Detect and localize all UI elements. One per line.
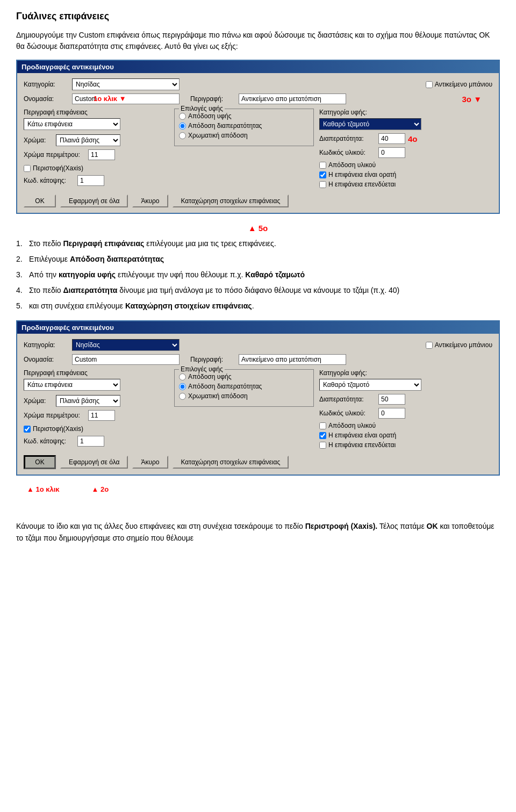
xrwmatikh-apodosi-radio[interactable] [179,132,186,139]
apodosi-ylikou-checkbox[interactable] [319,162,326,169]
d2-kwd-katopsis-input[interactable] [77,436,104,447]
epifaneia-ependyetai-label: Η επιφάνεια επενδύεται [328,181,396,188]
d2-epifaneia-orath-checkbox[interactable] [319,432,326,439]
xrwmatikh-apodosi-label: Χρωματική απόδοση [188,132,248,139]
note-4o: 4ο [408,134,418,143]
step-5: 5. και στη συνέχεια επιλέγουμε Καταχώρησ… [16,300,500,312]
apodosi-diaperatotitas-radio-label[interactable]: Απόδοση διαπερατότητας [179,122,309,130]
perigrafh-epifaneias-label: Περιγραφή επιφάνειας [24,109,169,116]
antikimeno-mpaniou-checkbox-label[interactable]: Αντικείμενο μπάνιου [426,81,492,88]
apodosi-diaperatotitas-radio[interactable] [179,123,186,130]
dialog2-efarmogi-button[interactable]: Εφαρμογή σε όλα [60,456,128,469]
d2-apodosi-ylikou-checkbox-label[interactable]: Απόδοση υλικού [319,422,492,429]
dialog1-ok-button[interactable]: OK [24,195,56,207]
d2-xroma-perimetrou-input[interactable] [88,410,115,421]
note-2o-label: ▲ 2ο [92,485,109,493]
d2-kategoria-select[interactable]: Νησίδας [72,339,180,351]
kwd-katopsis-input[interactable] [77,175,104,186]
intro-paragraph: Δημιουργούμε την Custom επιφάνεια όπως π… [16,30,500,52]
peristrofh-checkbox[interactable] [24,165,31,172]
kategoria-row: Κατηγορία: Νησίδας Αντικείμενο μπάνιου [24,78,492,90]
d2-kwdikos-ylikou-row: Κωδικός υλικού: [319,408,492,419]
antikimeno-mpaniou-checkbox[interactable] [426,81,433,88]
apodosi-ylikou-label: Απόδοση υλικού [328,161,376,169]
epifaneia-orath-checkbox[interactable] [319,171,326,178]
kategoria-yfis-label: Κατηγορία υφής: [319,109,492,116]
xroma-perimetrou-input[interactable] [88,149,115,160]
d2-antikimeno-mpaniou-checkbox[interactable] [426,342,433,349]
d2-xroma-select[interactable]: Πλαινά βάσης [56,395,120,407]
kwdikos-ylikou-input[interactable] [378,147,405,158]
onomasia-label: Ονομασία: [24,95,72,103]
d2-epifaneia-orath-checkbox-label[interactable]: Η επιφάνεια είναι ορατή [319,432,492,439]
step-3: 3. Από την κατηγορία υφής επιλέγουμε την… [16,269,500,281]
d2-apodosi-yfis-radio-label[interactable]: Απόδοση υφής [179,373,309,380]
d2-kategoria-row: Κατηγορία: Νησίδας Αντικείμενο μπάνιου [24,339,492,351]
d2-perigrafh-epifaneias-select[interactable]: Κάτω επιφάνεια [24,379,120,391]
dialog1-efarmogi-button[interactable]: Εφαρμογή σε όλα [60,195,128,207]
d2-xrwmatikh-apodosi-radio[interactable] [179,393,186,400]
d2-perigrafh-input[interactable] [239,354,346,365]
dialog2-kataxwrhsh-button[interactable]: Καταχώρηση στοιχείων επιφάνειας [173,456,289,469]
d2-antikimeno-mpaniou-checkbox-label[interactable]: Αντικείμενο μπάνιου [426,341,492,349]
note-3o: 3ο ▼ [462,95,482,104]
xrwmatikh-apodosi-radio-label[interactable]: Χρωματική απόδοση [179,132,309,139]
epifaneia-orath-label: Η επιφάνεια είναι ορατή [328,171,396,178]
d2-apodosi-yfis-radio[interactable] [179,373,186,380]
d2-xrwmatikh-apodosi-radio-label[interactable]: Χρωματική απόδοση [179,392,309,400]
d2-kwd-katopsis-row: Κωδ. κάτοψης: [24,436,169,447]
perigrafh-label: Περιγραφή: [190,95,239,103]
dialog1-kataxwrhsh-button[interactable]: Καταχώρηση στοιχείων επιφάνειας [173,195,289,207]
d2-onomasia-input[interactable] [72,354,180,365]
d2-kategoria-yfis-select[interactable]: Καθαρό τζαμοτό [319,379,421,391]
d2-left-col: Περιγραφή επιφάνειας Κάτω επιφάνεια Χρώμ… [24,369,169,450]
apodosi-yfis-radio-label[interactable]: Απόδοση υφής [179,112,309,120]
d2-kategoria-yfis-label: Κατηγορία υφής: [319,369,492,377]
epifaneia-ependyetai-checkbox-label[interactable]: Η επιφάνεια επενδύεται [319,181,492,188]
dialog2-title: Προδιαγραφές αντικειμένου [22,324,114,332]
perigrafh-epifaneias-select[interactable]: Κάτω επιφάνεια [24,118,120,130]
dialog1-titlebar: Προδιαγραφές αντικειμένου [17,61,499,73]
epifaneia-orath-checkbox-label[interactable]: Η επιφάνεια είναι ορατή [319,171,492,178]
epiloges-yfis-label: Επιλογές υφής [179,105,225,112]
kategoria-select[interactable]: Νησίδας [72,78,180,90]
kwd-katopsis-row: Κωδ. κάτοψης: [24,175,169,186]
dialog2-ok-button[interactable]: OK [24,455,56,469]
kategoria-yfis-select[interactable]: Καθαρό τζαμοτό [319,118,421,130]
d2-perigrafh-label: Περιγραφή: [190,356,239,363]
peristrofh-label: Περιστοφή(Χaxis) [33,164,83,172]
xroma-select[interactable]: Πλαινά βάσης [56,134,120,146]
step-1: 1. Στο πεδίο Περιγραφή επιφάνειας επιλέγ… [16,238,500,249]
mid-col: Επιλογές υφής Απόδοση υφής Απόδοση διαπε… [174,109,314,189]
perigrafh-input[interactable] [239,94,346,104]
d2-peristrofh-checkbox-label[interactable]: Περιστοφή(Χaxis) [24,425,169,433]
d2-diaperatotita-input[interactable] [378,394,405,405]
d2-apodosi-diaperatotitas-radio-label[interactable]: Απόδοση διαπερατότητας [179,383,309,390]
peristrofh-checkbox-label[interactable]: Περιστοφή(Χaxis) [24,164,169,172]
left-col: Περιγραφή επιφάνειας Κάτω επιφάνεια Χρώμ… [24,109,169,189]
dialog2-button-row: OK Εφαρμογή σε όλα Άκυρο Καταχώρηση στοι… [24,455,492,469]
dialog2-akyro-button[interactable]: Άκυρο [132,456,168,469]
d2-peristrofh-checkbox[interactable] [24,426,31,433]
dialog2-titlebar: Προδιαγραφές αντικειμένου [17,321,499,334]
epifaneia-ependyetai-checkbox[interactable] [319,181,326,188]
d2-diaperatotita-label: Διαπερατότητα: [319,396,378,403]
d2-kwdikos-ylikou-input[interactable] [378,408,405,419]
d2-apodosi-ylikou-checkbox[interactable] [319,422,326,429]
xroma-perimetrou-row: Χρώμα περιμέτρου: [24,149,169,160]
dialog1-akyro-button[interactable]: Άκυρο [132,195,168,207]
dialog1-button-row: OK Εφαρμογή σε όλα Άκυρο Καταχώρηση στοι… [24,195,492,207]
d2-epifaneia-orath-label: Η επιφάνεια είναι ορατή [328,432,396,439]
click-note-1: 1ο κλικ ▼ [94,95,126,103]
antikimeno-mpaniou-label: Αντικείμενο μπάνιου [435,81,492,88]
d2-epiloges-yfis-label: Επιλογές υφής [179,365,225,373]
d2-epifaneia-ependyetai-checkbox-label[interactable]: Η επιφάνεια επενδύεται [319,441,492,449]
d2-apodosi-yfis-label: Απόδοση υφής [188,373,232,380]
dialog2: Προδιαγραφές αντικειμένου Κατηγορία: Νησ… [16,320,500,476]
apodosi-ylikou-checkbox-label[interactable]: Απόδοση υλικού [319,161,492,169]
apodosi-yfis-radio[interactable] [179,113,186,120]
d2-apodosi-diaperatotitas-radio[interactable] [179,383,186,390]
d2-epifaneia-ependyetai-checkbox[interactable] [319,442,326,449]
d2-epiloges-yfis-group: Επιλογές υφής Απόδοση υφής Απόδοση διαπε… [174,369,314,407]
diaperatotita-input[interactable] [378,133,405,144]
